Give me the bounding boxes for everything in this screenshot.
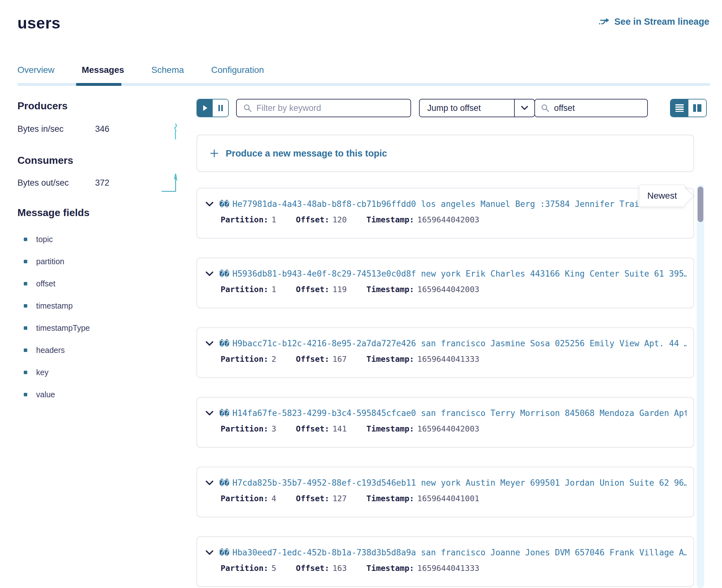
tooltip-label: Newest	[647, 191, 677, 201]
tab-active-underline	[76, 83, 121, 86]
message-key[interactable]: ��H5936db81-b943-4e0f-8c29-74513e0c0d8f …	[219, 269, 686, 278]
partition-value: 1	[272, 285, 276, 294]
keyword-filter[interactable]	[236, 99, 411, 117]
bullet-icon	[24, 304, 27, 308]
field-item-timestamp[interactable]: timestamp	[24, 295, 90, 317]
key-text: H9bacc71c-b12c-4216-8e95-2a7da727e426 sa…	[232, 339, 686, 348]
play-button[interactable]	[197, 100, 213, 117]
plus-icon	[209, 148, 219, 159]
view-mode-toggle	[670, 99, 707, 117]
partition-value: 2	[272, 355, 276, 364]
split-view-icon	[693, 104, 702, 112]
key-text: H5936db81-b943-4e0f-8c29-74513e0c0d8f ne…	[232, 269, 686, 278]
chevron-down-icon[interactable]	[205, 201, 214, 207]
chevron-down-icon[interactable]	[205, 410, 214, 416]
field-item-key[interactable]: key	[24, 361, 90, 383]
bytes-in-label: Bytes in/sec	[17, 124, 64, 134]
search-icon	[243, 104, 252, 112]
bullet-icon	[24, 326, 27, 330]
bullet-icon	[24, 371, 27, 374]
key-bytes: ��	[219, 408, 229, 418]
produce-message-button[interactable]: Produce a new message to this topic	[197, 135, 694, 172]
key-bytes: ��	[219, 478, 229, 487]
split-view-button[interactable]	[688, 100, 706, 117]
field-item-headers[interactable]: headers	[24, 339, 90, 361]
chevron-down-icon[interactable]	[514, 100, 534, 117]
message-key[interactable]: ��H9bacc71c-b12c-4216-8e95-2a7da727e426 …	[219, 339, 686, 348]
producers-heading: Producers	[17, 100, 67, 112]
message-key[interactable]: ��H14fa67fe-5823-4299-b3c4-595845cfcae0 …	[219, 408, 686, 418]
message-key[interactable]: ��Hba30eed7-1edc-452b-8b1a-738d3b5d8a9a …	[219, 548, 686, 557]
chevron-down-icon[interactable]	[205, 550, 214, 555]
keyword-filter-input[interactable]	[256, 103, 404, 113]
offset-value: 167	[332, 355, 347, 364]
offset-search-input[interactable]	[554, 103, 666, 113]
message-fields-list: topic partition offset timestamp timesta…	[24, 228, 90, 405]
message-list: ��He77981da-4a43-48ab-b8f8-cb71b96ffdd0 …	[197, 188, 694, 588]
bullet-icon	[24, 393, 27, 396]
bullet-icon	[24, 349, 27, 352]
message-meta: Partition:2Offset:167Timestamp:165964404…	[197, 355, 694, 364]
key-text: He77981da-4a43-48ab-b8f8-cb71b96ffdd0 lo…	[232, 199, 654, 209]
key-bytes: ��	[219, 548, 229, 557]
chevron-down-icon[interactable]	[205, 271, 214, 277]
bytes-out-label: Bytes out/sec	[17, 178, 69, 188]
message-key[interactable]: ��H7cda825b-35b7-4952-88ef-c193d546eb11 …	[219, 478, 686, 487]
bytes-out-value: 372	[95, 178, 109, 188]
lineage-arrow-icon	[598, 17, 610, 26]
key-bytes: ��	[219, 199, 229, 209]
jump-to-select-value: Jump to offset	[420, 100, 514, 117]
field-item-topic[interactable]: topic	[24, 228, 90, 250]
tab-messages[interactable]: Messages	[82, 65, 124, 83]
play-icon	[202, 105, 208, 111]
bytes-in-sparkline	[172, 122, 179, 141]
tab-overview[interactable]: Overview	[17, 65, 55, 83]
consumers-heading: Consumers	[17, 154, 73, 166]
field-item-offset[interactable]: offset	[24, 272, 90, 295]
pause-button[interactable]	[213, 100, 228, 117]
message-row[interactable]: ��H14fa67fe-5823-4299-b3c4-595845cfcae0 …	[197, 397, 694, 448]
message-row[interactable]: ��H9bacc71c-b12c-4216-8e95-2a7da727e426 …	[197, 327, 694, 378]
offset-value: 141	[332, 424, 347, 434]
chevron-down-icon[interactable]	[205, 480, 214, 486]
list-view-icon	[675, 104, 684, 112]
key-bytes: ��	[219, 339, 229, 348]
key-text: Hba30eed7-1edc-452b-8b1a-738d3b5d8a9a sa…	[232, 548, 686, 557]
bullet-icon	[24, 238, 27, 241]
timestamp-value: 1659644041333	[417, 564, 479, 573]
offset-search[interactable]	[534, 99, 648, 117]
list-view-button[interactable]	[671, 100, 688, 117]
jump-to-select[interactable]: Jump to offset	[419, 99, 535, 117]
offset-value: 120	[332, 215, 347, 224]
field-item-value[interactable]: value	[24, 383, 90, 405]
message-row[interactable]: ��H5936db81-b943-4e0f-8c29-74513e0c0d8f …	[197, 257, 694, 308]
message-row[interactable]: ��H7cda825b-35b7-4952-88ef-c193d546eb11 …	[197, 467, 694, 517]
scrollbar-thumb[interactable]	[698, 187, 703, 222]
partition-value: 1	[272, 215, 276, 224]
message-key[interactable]: ��He77981da-4a43-48ab-b8f8-cb71b96ffdd0 …	[219, 199, 686, 209]
tab-configuration[interactable]: Configuration	[211, 65, 264, 83]
message-meta: Partition:1Offset:119Timestamp:165964404…	[197, 285, 694, 294]
message-row[interactable]: ��Hba30eed7-1edc-452b-8b1a-738d3b5d8a9a …	[197, 537, 694, 587]
offset-value: 119	[332, 285, 347, 294]
message-row[interactable]: ��He77981da-4a43-48ab-b8f8-cb71b96ffdd0 …	[197, 188, 694, 238]
scrollbar-track[interactable]	[697, 185, 704, 588]
lineage-link-label: See in Stream lineage	[614, 17, 709, 27]
message-meta: Partition:5Offset:163Timestamp:165964404…	[197, 564, 694, 573]
offset-value: 127	[332, 494, 347, 503]
field-item-partition[interactable]: partition	[24, 250, 90, 272]
message-meta: Partition:3Offset:141Timestamp:165964404…	[197, 424, 694, 434]
field-item-timestampType[interactable]: timestampType	[24, 317, 90, 339]
key-bytes: ��	[219, 269, 229, 278]
key-text: H7cda825b-35b7-4952-88ef-c193d546eb11 ne…	[232, 478, 686, 487]
key-text: H14fa67fe-5823-4299-b3c4-595845cfcae0 sa…	[232, 408, 686, 418]
bytes-in-value: 346	[95, 124, 109, 134]
timestamp-value: 1659644042003	[417, 285, 479, 294]
tab-schema[interactable]: Schema	[151, 65, 184, 83]
search-icon	[541, 104, 550, 112]
chevron-down-icon[interactable]	[205, 340, 214, 346]
page-title: users	[17, 14, 61, 32]
stream-lineage-link[interactable]: See in Stream lineage	[598, 17, 709, 27]
topic-tabs: Overview Messages Schema Configuration	[17, 65, 264, 83]
bullet-icon	[24, 282, 27, 286]
